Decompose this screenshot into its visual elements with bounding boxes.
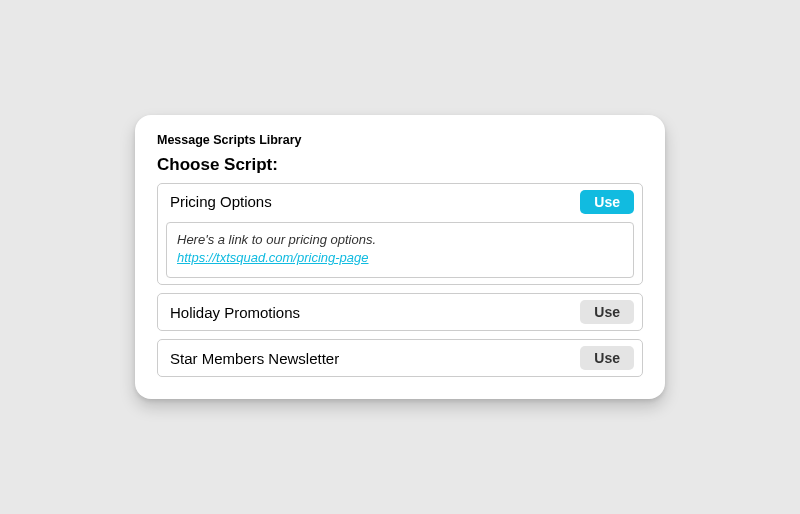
section-heading: Choose Script: (157, 155, 643, 175)
use-button[interactable]: Use (580, 190, 634, 214)
script-item-newsletter[interactable]: Star Members Newsletter Use (157, 339, 643, 377)
preview-link[interactable]: https://txtsquad.com/pricing-page (177, 249, 623, 267)
use-button[interactable]: Use (580, 346, 634, 370)
script-name: Pricing Options (166, 193, 272, 210)
scripts-card: Message Scripts Library Choose Script: P… (135, 115, 665, 399)
script-name: Holiday Promotions (166, 304, 300, 321)
script-header: Holiday Promotions Use (166, 300, 634, 324)
use-button[interactable]: Use (580, 300, 634, 324)
script-header: Star Members Newsletter Use (166, 346, 634, 370)
script-item-holiday[interactable]: Holiday Promotions Use (157, 293, 643, 331)
script-header: Pricing Options Use (166, 190, 634, 214)
script-item-pricing[interactable]: Pricing Options Use Here's a link to our… (157, 183, 643, 285)
script-preview: Here's a link to our pricing options. ht… (166, 222, 634, 278)
script-name: Star Members Newsletter (166, 350, 339, 367)
card-title: Message Scripts Library (157, 133, 643, 147)
preview-text: Here's a link to our pricing options. (177, 231, 623, 249)
